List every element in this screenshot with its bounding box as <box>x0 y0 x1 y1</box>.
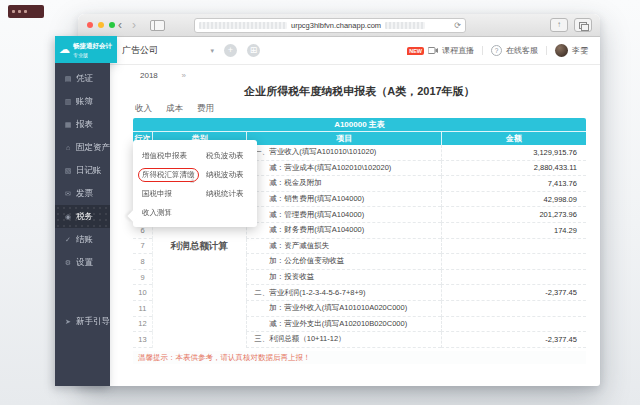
amount-cell: 174.29 <box>441 223 586 239</box>
journal-icon: ▧ <box>64 167 72 175</box>
item-cell: 减：销售费用(填写A104000) <box>246 192 441 208</box>
page-title: 企业所得税年度纳税申报表（A类，2017年版） <box>133 84 586 99</box>
year-more-icon[interactable]: » <box>182 71 186 80</box>
column-header-amount: 金额 <box>441 132 586 145</box>
item-cell: 加：营业外收入(填写A101010A020C000) <box>246 301 441 317</box>
tab-expense[interactable]: 费用 <box>197 103 214 115</box>
avatar[interactable] <box>555 44 568 57</box>
menu-item-income-estimate[interactable]: 收入测算 <box>142 203 206 222</box>
forward-button[interactable]: › <box>132 15 136 35</box>
check-icon: ✓ <box>64 236 72 244</box>
amount-cell: -2,377.45 <box>441 285 586 301</box>
divider <box>546 46 547 55</box>
row-number-cell: 12 <box>133 317 152 333</box>
sidebar-item-closing[interactable]: ✓结账 <box>55 228 110 251</box>
voucher-icon: ▤ <box>64 75 72 83</box>
app-logo: ☁ 畅捷通好会计 专业版 <box>55 36 117 63</box>
sidebar-item-reports[interactable]: ▦报表 <box>55 113 110 136</box>
close-window-button[interactable] <box>87 22 93 28</box>
sidebar-item-guide[interactable]: ➤新手引导 <box>55 310 110 333</box>
company-name: 广告公司 <box>122 44 158 57</box>
sidebar-item-settings[interactable]: ⚙设置 <box>55 251 110 274</box>
row-number-cell: 10 <box>133 285 152 301</box>
sidebar-item-voucher[interactable]: ▤凭证 <box>55 67 110 90</box>
back-button[interactable]: ‹ <box>118 15 122 35</box>
help-icon: ? <box>491 45 502 56</box>
menu-item-national-tax[interactable]: 国税申报 <box>142 184 206 203</box>
redacted-url-segment <box>199 22 287 29</box>
table-row: 8加：公允价值变动收益 <box>133 254 586 270</box>
sidebar-item-invoice[interactable]: ✉发票 <box>55 182 110 205</box>
item-cell: 减：营业外支出(填写A102010B020C000) <box>246 317 441 333</box>
year-selector[interactable]: 2018 » <box>135 68 191 83</box>
sidebar-item-journal[interactable]: ▧日记账 <box>55 159 110 182</box>
tabs-overview-icon[interactable] <box>574 18 592 32</box>
tax-submenu-popup: 增值税申报表 所得税汇算清缴 ☝ 国税申报 收入测算 税负波动表 纳税波动表 纳… <box>133 140 257 227</box>
new-badge: NEW <box>407 47 424 55</box>
minimize-window-button[interactable] <box>98 22 104 28</box>
online-service-link[interactable]: 在线客服 <box>506 45 538 56</box>
item-cell: 一、营业收入(填写A101010\101020) <box>246 145 441 161</box>
report-icon: ▦ <box>64 121 72 129</box>
tax-icon: ◉ <box>64 213 72 221</box>
tab-income[interactable]: 收入 <box>135 103 152 115</box>
maximize-window-button[interactable] <box>109 22 115 28</box>
amount-cell: 7,413.76 <box>441 176 586 192</box>
amount-cell <box>441 239 586 255</box>
sidebar-item-books[interactable]: ▥账簿 <box>55 90 110 113</box>
menu-item-tax-statistics-table[interactable]: 纳税统计表 <box>206 184 254 203</box>
amount-cell: 42,998.09 <box>441 192 586 208</box>
item-cell: 减：营业成本(填写A102010\102020) <box>246 161 441 177</box>
live-course-link[interactable]: 课程直播 <box>442 45 474 56</box>
guide-icon: ➤ <box>64 318 72 326</box>
invoice-icon: ✉ <box>64 190 72 198</box>
menu-item-tax-fluctuation-table[interactable]: 纳税波动表 <box>206 165 254 184</box>
logo-title: 畅捷通好会计 <box>73 42 112 51</box>
popup-right-column: 税负波动表 纳税波动表 纳税统计表 <box>206 146 254 227</box>
app-header: 广告公司 ▾ + ⊞ NEW 课程直播 ? 在线客服 李雯 <box>78 37 600 65</box>
building-icon: ⌂ <box>64 144 72 151</box>
item-cell: 减：管理费用(填写A104000) <box>246 207 441 223</box>
sidebar-item-fixed-assets[interactable]: ⌂固定资产 <box>55 136 110 159</box>
sidebar-item-tax[interactable]: ◉税务 <box>55 205 110 228</box>
apps-grid-button[interactable]: ⊞ <box>247 44 260 57</box>
ledger-icon: ▥ <box>64 98 72 106</box>
table-row: 7减：资产减值损失 <box>133 239 586 255</box>
popup-left-column: 增值税申报表 所得税汇算清缴 ☝ 国税申报 收入测算 <box>142 146 206 227</box>
note-text: 温馨提示：本表供参考，请认真核对数据后再上报！ <box>133 351 586 364</box>
sidebar-toggle-icon[interactable] <box>150 20 165 31</box>
item-cell: 二、营业利润(1-2-3-4-5-6-7+8+9) <box>246 285 441 301</box>
amount-cell: 2,880,433.11 <box>441 161 586 177</box>
gear-icon: ⚙ <box>64 259 72 267</box>
popup-arrow <box>127 210 138 221</box>
amount-cell: 201,273.96 <box>441 207 586 223</box>
item-cell: 三、利润总额（10+11-12） <box>246 332 441 348</box>
menu-item-income-tax-settlement[interactable]: 所得税汇算清缴 ☝ <box>142 165 206 184</box>
item-cell: 加：公允价值变动收益 <box>246 254 441 270</box>
reload-icon[interactable]: ⟳ <box>454 21 461 30</box>
menu-item-tax-burden-table[interactable]: 税负波动表 <box>206 146 254 165</box>
video-camera-icon <box>428 47 438 54</box>
item-cell: 减：税金及附加 <box>246 176 441 192</box>
year-label: 2018 <box>140 71 158 80</box>
tab-cost[interactable]: 成本 <box>166 103 183 115</box>
background-window-fragment <box>8 5 44 18</box>
company-selector[interactable]: 广告公司 ▾ <box>122 44 214 57</box>
share-icon[interactable]: ↑ <box>550 18 568 32</box>
row-number-cell: 9 <box>133 270 152 286</box>
browser-window: ‹ › urpcg3hlbfvn.chanapp.com ⟳ ↑ 广告公司 ▾ … <box>55 14 600 386</box>
amount-cell <box>441 317 586 333</box>
amount-cell <box>441 254 586 270</box>
row-number-cell: 8 <box>133 254 152 270</box>
column-header-item: 项目 <box>246 132 441 145</box>
side-panel: ☁ 畅捷通好会计 专业版 ▤凭证 ▥账簿 ▦报表 ⌂固定资产 ▧日记账 ✉发票 … <box>55 36 117 386</box>
redacted-url-segment <box>385 22 425 29</box>
browser-chrome: ‹ › urpcg3hlbfvn.chanapp.com ⟳ ↑ <box>78 14 600 37</box>
menu-item-vat-return[interactable]: 增值税申报表 <box>142 146 206 165</box>
add-account-button[interactable]: + <box>224 44 237 57</box>
amount-cell <box>441 270 586 286</box>
address-bar[interactable]: urpcg3hlbfvn.chanapp.com ⟳ <box>194 18 466 33</box>
window-controls <box>87 22 115 28</box>
main-content: 2018 » 企业所得税年度纳税申报表（A类，2017年版） 收入 成本 费用 … <box>133 63 586 386</box>
item-cell: 减：财务费用(填写A104000) <box>246 223 441 239</box>
